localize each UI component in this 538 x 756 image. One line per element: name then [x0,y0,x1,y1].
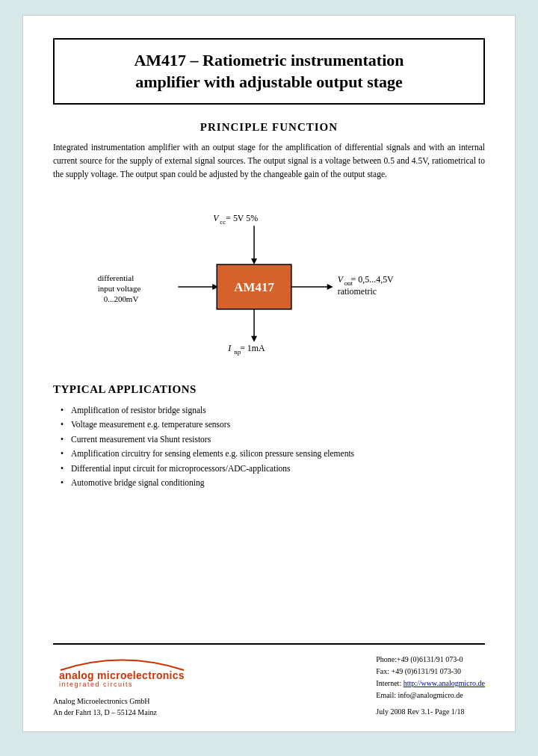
logo-area: analog microelectronics integrated circu… [53,654,191,688]
fax-text: Fax: +49 (0)6131/91 073-30 [376,666,485,678]
svg-text:V: V [213,213,220,223]
svg-marker-8 [327,284,333,290]
list-item: Automotive bridge signal conditioning [61,476,485,491]
list-item: Amplification circuitry for sensing elem… [61,447,485,462]
footer-address: Analog Microelectronics GmbH An der Fahr… [53,695,191,718]
page: AM417 – Ratiometric instrumentation ampl… [22,15,516,732]
footer-left: analog microelectronics integrated circu… [53,654,191,718]
principle-heading: PRINCIPLE FUNCTION [53,121,485,134]
svg-marker-19 [251,335,257,341]
circuit-diagram: V cc = 5V 5% AM417 V out = 0,5...4,5V ra… [53,196,485,368]
svg-text:analog microelectronics: analog microelectronics [59,669,185,681]
svg-text:= 1mA: = 1mA [240,342,265,353]
list-item: Voltage measurement e.g. temperature sen… [61,418,485,433]
title-box: AM417 – Ratiometric instrumentation ampl… [53,38,485,105]
logo-svg: analog microelectronics [53,654,191,682]
footer-right: Phone:+49 (0)6131/91 073-0 Fax: +49 (0)6… [376,654,485,718]
svg-marker-4 [251,258,257,264]
svg-text:ratiometric: ratiometric [338,286,377,297]
svg-text:AM417: AM417 [234,280,274,294]
page-title: AM417 – Ratiometric instrumentation ampl… [69,50,469,93]
applications-list: Amplification of resistor bridge signals… [53,403,485,491]
svg-text:input voltage: input voltage [98,284,141,293]
diagram-svg: V cc = 5V 5% AM417 V out = 0,5...4,5V ra… [53,196,485,368]
list-item: Amplification of resistor bridge signals [61,403,485,418]
list-item: Current measurement via Shunt resistors [61,433,485,447]
list-item: Differential input circuit for microproc… [61,462,485,477]
principle-section: PRINCIPLE FUNCTION Integrated instrument… [53,121,485,181]
typical-section: TYPICAL APPLICATIONS Amplification of re… [53,383,485,491]
phone-text: Phone:+49 (0)6131/91 073-0 [376,654,485,666]
svg-text:0...200mV: 0...200mV [104,294,139,303]
typical-heading: TYPICAL APPLICATIONS [53,383,485,396]
svg-text:differential: differential [98,273,134,282]
svg-text:V: V [338,274,344,285]
logo-subtitle: integrated circuits [59,681,133,688]
revision-text: July 2008 Rev 3.1- Page 1/18 [376,706,485,718]
svg-text:I: I [227,342,232,353]
website-link[interactable]: http://www.analogmicro.de [404,679,485,687]
email-text: Email: info@analogmicro.de [376,690,485,701]
svg-text:cc: cc [220,218,226,226]
principle-description: Integrated instrumentation amplifier wit… [53,141,485,181]
footer: analog microelectronics integrated circu… [53,643,485,718]
internet-text: Internet: http://www.analogmicro.de [376,678,485,690]
svg-text:= 0,5...4,5V: = 0,5...4,5V [351,274,395,285]
svg-text:= 5V    5%: = 5V 5% [226,213,258,223]
